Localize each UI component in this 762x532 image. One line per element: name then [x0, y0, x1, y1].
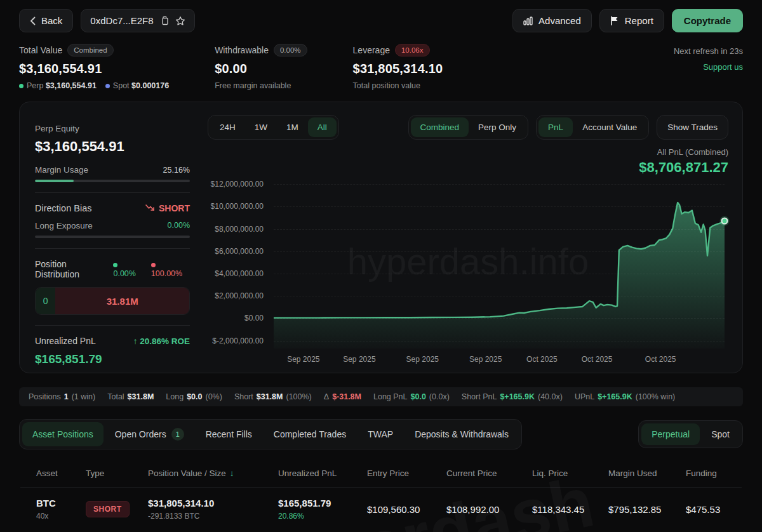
long-exposure-pct: 0.00%	[168, 221, 190, 230]
tab-open-orders[interactable]: Open Orders1	[105, 422, 194, 446]
tab-twap[interactable]: TWAP	[358, 422, 403, 446]
address-pill[interactable]: 0xdDc7...E2F8	[81, 9, 194, 32]
positions-summary-bar: Positions1(1 win) Total$31.8M Long$0.0(0…	[19, 387, 743, 406]
copy-icon[interactable]	[160, 16, 169, 25]
unrealized-pnl-label: Unrealized PnL	[35, 336, 96, 346]
show-trades-button[interactable]: Show Trades	[657, 115, 728, 140]
col-liq: Liq. Price	[532, 460, 608, 487]
combined-badge: Combined	[67, 44, 113, 57]
col-upnl: Unrealized PnL	[278, 460, 367, 487]
tabs-row: Asset Positions Open Orders1 Recent Fill…	[19, 419, 743, 449]
asset-symbol: BTC	[36, 498, 86, 509]
stat-total-value: Total Value Combined $3,160,554.91 Perp …	[19, 44, 169, 90]
range-1m[interactable]: 1M	[277, 117, 308, 137]
view-pnl[interactable]: PnL	[538, 117, 573, 137]
y-tick-label: $0.00	[244, 314, 264, 323]
x-tick-label: Sep 2025	[287, 355, 319, 364]
summary-long-pnl: Long PnL$0.0(0.0x)	[373, 392, 450, 401]
tab-asset-positions[interactable]: Asset Positions	[22, 422, 104, 446]
distribution-label: Position Distribution	[35, 259, 113, 279]
equity-panel: Perp Equity $3,160,554.91 Margin Usage 2…	[35, 115, 190, 364]
pnl-chart[interactable]: hyperdash.info $12,000,000.00$10,000,000…	[208, 180, 728, 364]
star-icon[interactable]	[175, 16, 185, 26]
distribution-short-pct: 100.00%	[151, 269, 182, 278]
mode-perp-only[interactable]: Perp Only	[469, 117, 526, 137]
perp-dot-icon	[19, 84, 23, 88]
short-type-badge: SHORT	[86, 501, 130, 517]
perp-equity-label: Perp Equity	[35, 124, 190, 133]
distribution-bar: 0 31.81M	[35, 287, 190, 315]
x-tick-label: Sep 2025	[406, 355, 439, 364]
margin-usage-label: Margin Usage	[35, 165, 88, 175]
tab-recent-fills[interactable]: Recent Fills	[196, 422, 262, 446]
copytrade-button[interactable]: Copytrade	[672, 9, 743, 32]
withdrawable-label: Withdrawable	[215, 45, 269, 55]
gridline	[274, 184, 725, 185]
wallet-address: 0xdDc7...E2F8	[90, 15, 153, 26]
mode-combined[interactable]: Combined	[411, 117, 469, 137]
chart-controls-right: Combined Perp Only PnL Account Value Sho…	[408, 115, 728, 140]
flag-icon	[610, 16, 619, 25]
col-funding: Funding	[686, 460, 726, 487]
summary-upnl: UPnL$+165.9K(100% win)	[575, 392, 675, 401]
y-tick-label: $4,000,000.00	[215, 269, 264, 278]
row-margin-used: $795,132.85	[608, 504, 686, 515]
table-row[interactable]: BTC 40x SHORT $31,805,314.10 -291.8133 B…	[19, 488, 743, 531]
overview-card: Perp Equity $3,160,554.91 Margin Usage 2…	[19, 102, 743, 373]
withdrawable-sub: Free margin available	[215, 81, 307, 90]
toggle-perpetual[interactable]: Perpetual	[641, 423, 700, 445]
range-24h[interactable]: 24H	[210, 117, 245, 137]
total-value-breakdown: Perp $3,160,554.91 Spot $0.000176	[19, 81, 169, 90]
margin-usage-track	[35, 180, 190, 182]
asset-leverage: 40x	[36, 512, 86, 521]
tab-completed-trades[interactable]: Completed Trades	[264, 422, 356, 446]
mode-group: Combined Perp Only	[408, 115, 529, 140]
col-position-sort[interactable]: Position Value / Size↓	[148, 460, 278, 487]
x-tick-label: Oct 2025	[582, 355, 613, 364]
y-tick-label: $6,000,000.00	[215, 247, 264, 256]
view-account-value[interactable]: Account Value	[573, 117, 646, 137]
report-button[interactable]: Report	[599, 9, 664, 32]
range-all[interactable]: All	[308, 117, 337, 137]
row-upnl-pct: 20.86%	[278, 512, 367, 521]
advanced-label: Advanced	[538, 15, 581, 26]
pnl-headline: All PnL (Combined) $8,706,871.27	[208, 147, 728, 176]
report-label: Report	[625, 15, 653, 26]
timerange-group: 24H 1W 1M All	[208, 115, 339, 140]
leverage-label: Leverage	[353, 45, 390, 55]
pnl-line-svg	[274, 180, 725, 349]
total-value: $3,160,554.91	[19, 62, 169, 76]
position-size: -291.8133 BTC	[148, 512, 278, 521]
long-exposure-track	[35, 236, 190, 238]
range-1w[interactable]: 1W	[245, 117, 277, 137]
x-axis: Sep 2025Sep 2025Sep 2025Sep 2025Oct 2025…	[274, 351, 725, 364]
spot-value: $0.000176	[131, 81, 169, 90]
copytrade-label: Copytrade	[684, 15, 731, 26]
table-header-row: Asset Type Position Value / Size↓ Unreal…	[19, 460, 743, 487]
perp-value: $3,160,554.91	[46, 81, 97, 90]
withdrawable-value: $0.00	[215, 62, 307, 76]
leverage-sub: Total position value	[353, 81, 443, 90]
y-tick-label: $12,000,000.00	[211, 180, 264, 189]
arrow-up-icon: ↑	[133, 336, 138, 346]
gridline	[274, 341, 725, 342]
roe-value: 20.86% ROE	[140, 336, 190, 346]
row-liq-price: $118,343.45	[532, 504, 608, 515]
support-us-link[interactable]: Support us	[674, 62, 743, 72]
x-tick-label: Sep 2025	[469, 355, 502, 364]
unrealized-pnl-value: $165,851.79	[35, 352, 190, 366]
toggle-spot[interactable]: Spot	[701, 423, 740, 445]
spot-dot-icon	[105, 84, 110, 88]
advanced-button[interactable]: Advanced	[512, 9, 592, 32]
direction-bias-value: SHORT	[159, 203, 190, 213]
summary-positions: Positions1(1 win)	[29, 392, 95, 401]
sort-down-icon: ↓	[230, 469, 234, 478]
market-toggle: Perpetual Spot	[638, 420, 743, 448]
positions-table: Hyperdash Asset Type Position Value / Si…	[19, 460, 743, 531]
perp-equity-value: $3,160,554.91	[35, 138, 190, 155]
row-entry-price: $109,560.30	[367, 504, 446, 515]
tab-deposits-withdrawals[interactable]: Deposits & Withdrawals	[404, 422, 519, 446]
back-button[interactable]: Back	[19, 9, 73, 32]
summary-total: Total$31.8M	[107, 392, 154, 401]
withdrawable-badge: 0.00%	[274, 44, 307, 57]
